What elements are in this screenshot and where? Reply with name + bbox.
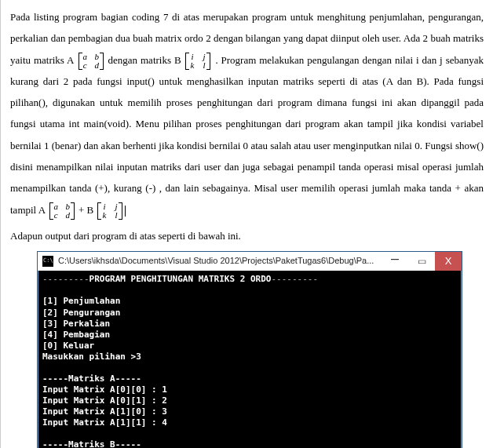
window-title: C:\Users\ikhsda\Documents\Visual Studio … (58, 256, 382, 267)
text: . Program melakukan pengulangan dengan n… (10, 54, 484, 216)
text: dengan matriks B (108, 54, 184, 66)
console-icon (42, 256, 53, 267)
matrix-A: ab cd (79, 53, 104, 70)
text-cursor-icon (125, 206, 126, 217)
window-titlebar[interactable]: C:\Users\ikhsda\Documents\Visual Studio … (38, 252, 462, 271)
text: + B (79, 204, 97, 216)
output-caption: Adapun output dari program di atas seper… (10, 225, 484, 246)
body-paragraph: Pada listing program bagian coding 7 di … (10, 6, 484, 220)
matrix-B-2: ij kl (97, 202, 122, 220)
console-output: ---------PROGRAM PENGHITUNGAN MATRIKS 2 … (38, 271, 462, 448)
close-button[interactable]: X (435, 252, 462, 271)
maximize-button[interactable]: ▭ (408, 252, 435, 271)
minimize-button[interactable]: – (382, 252, 408, 271)
matrix-A-2: ab cd (49, 202, 75, 220)
matrix-B: ij kl (185, 53, 210, 70)
console-window: C:\Users\ikhsda\Documents\Visual Studio … (37, 251, 462, 448)
